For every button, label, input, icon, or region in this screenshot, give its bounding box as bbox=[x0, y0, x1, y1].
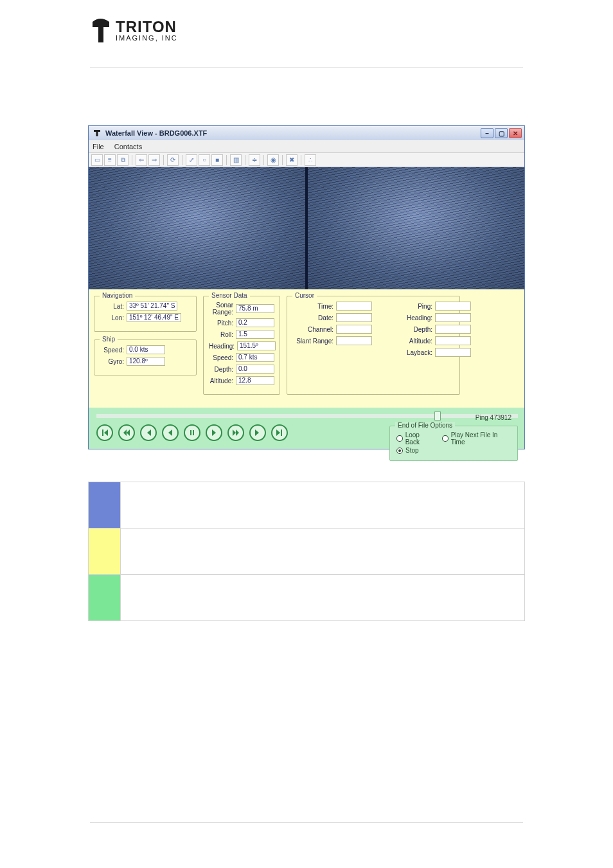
seek-thumb[interactable] bbox=[434, 411, 441, 420]
forward-icon[interactable]: ⇒ bbox=[148, 154, 160, 166]
swatch-yellow bbox=[89, 529, 121, 575]
cursor-slant-label: Slant Range: bbox=[292, 338, 333, 345]
ship-speed-value: 0.0 kts bbox=[127, 345, 165, 354]
window-minimize-button[interactable]: – bbox=[481, 128, 493, 138]
cursor-ping-label: Ping: bbox=[391, 303, 432, 310]
ship-speed-label: Speed: bbox=[100, 347, 124, 354]
sensor-speed-value: 0.7 kts bbox=[236, 353, 274, 362]
toolbar-separator bbox=[263, 155, 264, 165]
cursor-altitude-value bbox=[435, 336, 471, 345]
cursor-layback-value bbox=[435, 348, 471, 357]
layers-icon[interactable]: ≑ bbox=[249, 154, 260, 166]
cursor-ping-value bbox=[435, 302, 471, 311]
cursor-date-label: Date: bbox=[292, 314, 333, 321]
cursor-layback-label: Layback: bbox=[391, 349, 432, 356]
logo-mark-icon bbox=[90, 18, 112, 44]
eof-loop-option[interactable]: Loop Back bbox=[396, 431, 434, 446]
list-icon[interactable]: ≡ bbox=[104, 154, 116, 166]
logo-line1: TRITON bbox=[116, 20, 178, 35]
power-icon[interactable]: ⟳ bbox=[167, 154, 179, 166]
legend-table bbox=[88, 482, 525, 621]
logo: TRITON IMAGING, INC bbox=[90, 18, 613, 44]
cursor-heading-value bbox=[435, 313, 471, 322]
eof-next-option[interactable]: Play Next File In Time bbox=[442, 431, 511, 446]
altitude-value: 12.8 bbox=[236, 376, 274, 385]
menubar: File Contacts bbox=[89, 140, 524, 153]
toolbar-separator bbox=[163, 155, 164, 165]
cursor-channel-label: Channel: bbox=[292, 326, 333, 333]
frame-back-button[interactable] bbox=[162, 424, 179, 441]
column-icon[interactable]: ▥ bbox=[230, 154, 242, 166]
lon-value: 151º 12' 46.49" E bbox=[127, 313, 181, 322]
heading-label: Heading: bbox=[209, 343, 235, 350]
target-icon[interactable]: ◉ bbox=[267, 154, 279, 166]
app-window: Waterfall View - BRDG006.XTF – ▢ ✕ File … bbox=[88, 125, 525, 449]
eof-stop-option[interactable]: Stop bbox=[396, 447, 511, 454]
window-maximize-button[interactable]: ▢ bbox=[495, 128, 508, 138]
ship-title: Ship bbox=[100, 336, 118, 343]
cursor-heading-label: Heading: bbox=[391, 314, 432, 321]
toolbar-separator bbox=[182, 155, 182, 165]
fast-forward-button[interactable] bbox=[227, 424, 244, 441]
radio-icon[interactable] bbox=[442, 435, 449, 442]
eof-title: End of File Options bbox=[395, 422, 455, 429]
roll-value: 1.5 bbox=[236, 330, 274, 339]
logo-text: TRITON IMAGING, INC bbox=[116, 20, 178, 41]
seek-label: Ping 473912 bbox=[475, 414, 511, 421]
app-icon bbox=[93, 129, 105, 138]
range-value: 75.8 m bbox=[236, 304, 274, 313]
sonar-left[interactable] bbox=[89, 167, 305, 289]
radio-icon[interactable] bbox=[396, 435, 403, 442]
navigation-title: Navigation bbox=[100, 292, 135, 299]
ship-group: Ship Speed: 0.0 kts Gyro: 120.8º bbox=[94, 339, 197, 375]
swatch-green bbox=[89, 575, 121, 621]
zoomin-icon[interactable]: ⤢ bbox=[186, 154, 197, 166]
skip-end-button[interactable] bbox=[271, 424, 288, 441]
cursor-depth-value bbox=[435, 325, 471, 334]
cursor-channel-value bbox=[336, 325, 372, 334]
table-row bbox=[89, 575, 525, 621]
skip-start-button[interactable] bbox=[96, 424, 113, 441]
back-icon[interactable]: ⇐ bbox=[136, 154, 147, 166]
pause-button[interactable] bbox=[184, 424, 200, 441]
header-divider bbox=[90, 67, 523, 68]
copy-icon[interactable]: ⧉ bbox=[117, 154, 129, 166]
footer-divider bbox=[90, 822, 523, 823]
legend-text-green bbox=[121, 575, 525, 621]
radio-icon[interactable] bbox=[396, 448, 403, 454]
cursor-time-label: Time: bbox=[292, 303, 333, 310]
menu-file[interactable]: File bbox=[93, 143, 104, 150]
cursor-time-value bbox=[336, 302, 372, 311]
nodes-icon[interactable]: ∴ bbox=[305, 154, 316, 166]
eof-next-label: Play Next File In Time bbox=[451, 431, 511, 446]
rewind-button[interactable] bbox=[140, 424, 157, 441]
play-button[interactable] bbox=[206, 424, 222, 441]
document-header: TRITON IMAGING, INC bbox=[0, 0, 613, 62]
legend-text-blue bbox=[121, 482, 525, 529]
menu-contacts[interactable]: Contacts bbox=[114, 143, 142, 150]
range-label: Sonar Range: bbox=[209, 302, 233, 316]
step-forward-button[interactable] bbox=[249, 424, 266, 441]
circle-icon[interactable]: ○ bbox=[199, 154, 210, 166]
close-icon[interactable]: ✖ bbox=[286, 154, 298, 166]
eof-loop-label: Loop Back bbox=[405, 431, 434, 446]
roll-label: Roll: bbox=[209, 331, 233, 338]
lat-label: Lat: bbox=[100, 303, 124, 310]
lon-label: Lon: bbox=[100, 314, 124, 321]
step-back-button[interactable] bbox=[118, 424, 135, 441]
depth-value: 0.0 bbox=[236, 365, 274, 374]
stop-icon[interactable]: ■ bbox=[211, 154, 223, 166]
sonar-display[interactable] bbox=[89, 167, 524, 289]
cursor-title: Cursor bbox=[292, 292, 317, 299]
toolbar-separator bbox=[226, 155, 227, 165]
sensor-group: Sensor Data Sonar Range:75.8 m Pitch:0.2… bbox=[203, 296, 280, 395]
eof-options-group: End of File Options Loop Back Play Next … bbox=[389, 426, 518, 461]
select-icon[interactable]: ▭ bbox=[91, 154, 103, 166]
window-close-button[interactable]: ✕ bbox=[509, 128, 522, 138]
cursor-depth-label: Depth: bbox=[391, 326, 432, 333]
sensor-speed-label: Speed: bbox=[209, 354, 233, 361]
lat-value: 33º 51' 21.74" S bbox=[127, 302, 177, 311]
sonar-right[interactable] bbox=[308, 167, 524, 289]
toolbar-separator bbox=[132, 155, 132, 165]
seek-slider[interactable]: Ping 473912 bbox=[96, 414, 518, 418]
